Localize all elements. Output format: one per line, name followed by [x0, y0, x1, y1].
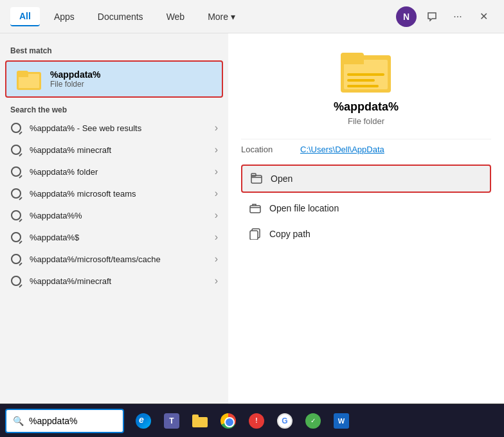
- tab-apps[interactable]: Apps: [45, 8, 84, 26]
- main-area: Best match %appdata% File folder Search …: [0, 33, 504, 404]
- best-match-title: %appdata%: [50, 69, 101, 80]
- search-item-text-6: %appdata%/microsoft/teams/cache: [30, 254, 207, 264]
- action-open-file-location[interactable]: Open file location: [241, 195, 491, 221]
- arrow-icon-1: [215, 144, 218, 156]
- arrow-icon-3: [215, 188, 218, 199]
- tab-more[interactable]: More ▾: [199, 8, 244, 26]
- search-item-3[interactable]: %appdata% microsoft teams: [0, 183, 228, 204]
- shield-icon: ✓: [305, 413, 321, 429]
- top-nav: All Apps Documents Web More ▾ N ··· ✕: [0, 0, 504, 33]
- arrow-icon-4: [215, 210, 218, 221]
- taskbar-app-word[interactable]: W: [328, 408, 354, 434]
- search-item-4[interactable]: %appdata%%: [0, 204, 228, 226]
- copy-path-icon: [249, 227, 262, 240]
- taskbar-app-security[interactable]: !: [244, 408, 269, 434]
- svg-rect-4: [250, 231, 258, 240]
- right-panel: %appdata% File folder Location C:\Users\…: [228, 33, 504, 404]
- taskbar-app-chrome[interactable]: [215, 408, 241, 434]
- feedback-icon: [427, 12, 437, 22]
- taskbar-search-icon: 🔍: [13, 416, 24, 426]
- arrow-icon-7: [215, 275, 218, 287]
- taskbar-app-security2[interactable]: ✓: [300, 408, 326, 434]
- avatar[interactable]: N: [396, 6, 417, 27]
- security-icon: !: [249, 413, 264, 429]
- search-item-6[interactable]: %appdata%/microsoft/teams/cache: [0, 248, 228, 270]
- search-item-text-3: %appdata% microsoft teams: [30, 189, 207, 199]
- best-match-subtitle: File folder: [50, 80, 101, 89]
- detail-info: Location C:\Users\Dell\AppData: [241, 139, 491, 159]
- detail-actions: Open Open file location: [241, 165, 491, 247]
- feedback-button[interactable]: [422, 6, 442, 27]
- svg-rect-1: [251, 174, 256, 176]
- search-icon-2: [10, 166, 22, 177]
- search-icon-0: [10, 122, 22, 134]
- taskbar-search[interactable]: 🔍: [5, 409, 124, 433]
- left-panel: Best match %appdata% File folder Search …: [0, 33, 228, 404]
- search-icon-3: [10, 188, 22, 199]
- best-match-item[interactable]: %appdata% File folder: [5, 60, 223, 98]
- detail-title: %appdata%: [334, 100, 399, 114]
- search-item-text-0: %appdata% - See web results: [30, 123, 207, 133]
- action-open-file-location-label: Open file location: [269, 203, 339, 213]
- taskbar-app-explorer[interactable]: [187, 408, 213, 434]
- best-match-text: %appdata% File folder: [50, 69, 101, 89]
- svg-rect-2: [250, 206, 260, 213]
- detail-subtitle: File folder: [348, 116, 384, 126]
- search-icon-6: [10, 253, 22, 265]
- taskbar-app-teams[interactable]: T: [159, 408, 184, 434]
- search-icon-5: [10, 231, 22, 243]
- teams-icon: T: [164, 413, 179, 429]
- search-item-text-7: %appdata%/minecraft: [30, 276, 207, 286]
- chevron-down-icon: ▾: [231, 12, 235, 22]
- search-item-text-1: %appdata% minecraft: [30, 145, 207, 155]
- close-button[interactable]: ✕: [473, 6, 494, 27]
- search-icon-4: [10, 210, 22, 221]
- edge-icon: [136, 413, 151, 429]
- word-icon: W: [334, 413, 349, 429]
- arrow-icon-0: [215, 122, 218, 134]
- action-copy-path[interactable]: Copy path: [241, 221, 491, 247]
- search-item-1[interactable]: %appdata% minecraft: [0, 139, 228, 161]
- search-web-label: Search the web: [0, 100, 228, 117]
- search-icon-1: [10, 144, 22, 156]
- chrome-icon: [221, 413, 236, 429]
- search-item-0[interactable]: %appdata% - See web results: [0, 117, 228, 139]
- google-icon: G: [277, 413, 292, 429]
- taskbar-app-chrome2[interactable]: G: [272, 408, 298, 434]
- tab-all[interactable]: All: [10, 7, 40, 26]
- best-match-label: Best match: [0, 41, 228, 58]
- more-options-button[interactable]: ···: [447, 6, 468, 27]
- taskbar-apps: T ! G ✓ W: [125, 408, 359, 434]
- search-item-2[interactable]: %appdata% folder: [0, 161, 228, 183]
- action-open-label: Open: [271, 174, 292, 184]
- search-icon-7: [10, 275, 22, 287]
- open-icon: [250, 172, 263, 185]
- arrow-icon-2: [215, 166, 218, 177]
- detail-folder-icon: [341, 49, 392, 93]
- taskbar-app-edge[interactable]: [130, 408, 156, 434]
- arrow-icon-6: [215, 253, 218, 265]
- search-item-text-2: %appdata% folder: [30, 167, 207, 177]
- explorer-icon: [192, 415, 208, 427]
- search-item-5[interactable]: %appdata%$: [0, 226, 228, 248]
- tab-web[interactable]: Web: [158, 8, 194, 26]
- taskbar: 🔍 T ! G ✓ W: [0, 404, 504, 437]
- action-copy-path-label: Copy path: [269, 229, 310, 239]
- search-item-7[interactable]: %appdata%/minecraft: [0, 270, 228, 292]
- taskbar-search-input[interactable]: [29, 416, 116, 426]
- arrow-icon-5: [215, 231, 218, 243]
- action-open[interactable]: Open: [241, 165, 491, 193]
- search-item-text-5: %appdata%$: [30, 233, 207, 242]
- folder-icon-large: [17, 68, 42, 90]
- open-file-location-icon: [249, 202, 262, 215]
- svg-rect-0: [251, 175, 262, 183]
- info-value[interactable]: C:\Users\Dell\AppData: [300, 145, 384, 154]
- search-item-text-4: %appdata%%: [30, 211, 207, 220]
- info-label: Location: [241, 145, 292, 154]
- tab-documents[interactable]: Documents: [89, 8, 152, 26]
